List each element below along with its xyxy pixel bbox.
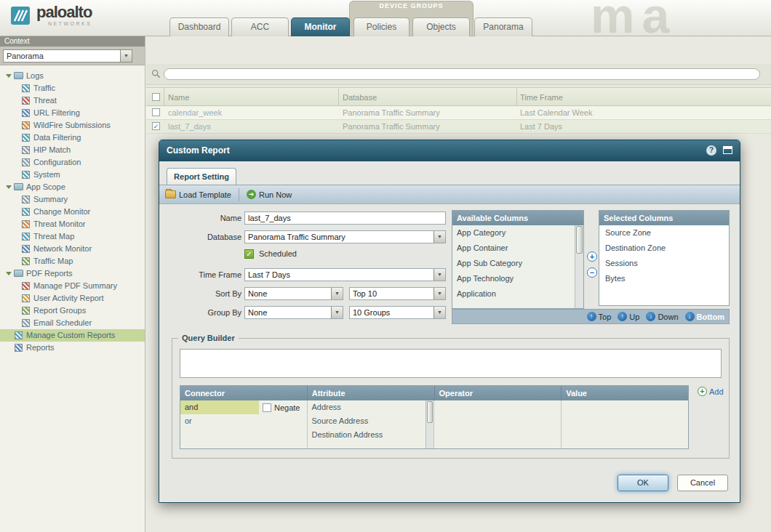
sidebar-item-url-filtering[interactable]: URL Filtering [0, 107, 145, 119]
available-column-item[interactable]: App Container [452, 241, 583, 256]
sidebar-item-data-filtering[interactable]: Data Filtering [0, 132, 145, 144]
expand-arrow-icon[interactable] [6, 185, 12, 189]
section-label: PDF Reports [26, 269, 73, 278]
sidebar-item-traffic[interactable]: Traffic [0, 82, 145, 94]
dropdown-arrow-icon[interactable] [434, 231, 445, 243]
sidebar-item-manage-pdf-summary[interactable]: Manage PDF Summary [0, 280, 145, 292]
move-bottom-button[interactable]: ↓Bottom [685, 312, 725, 321]
tab-objects[interactable]: Objects [412, 17, 470, 36]
sidebar-item-threat[interactable]: Threat [0, 94, 145, 107]
group-by-limit-select[interactable]: 10 Groups [349, 306, 446, 319]
item-label: Traffic Map [33, 257, 73, 265]
selected-column-item[interactable]: Sessions [599, 256, 729, 271]
sidebar-item-reports[interactable]: Reports [0, 342, 145, 354]
time-frame-select[interactable]: Last 7 Days [244, 268, 446, 281]
report-name-link[interactable]: last_7_days [168, 120, 211, 134]
sidebar-item-configuration[interactable]: Configuration [0, 156, 145, 169]
context-select[interactable]: Panorama [3, 49, 132, 63]
scheduled-checkbox[interactable] [244, 249, 254, 259]
table-row[interactable]: calendar_week Panorama Traffic Summary L… [146, 106, 771, 120]
tab-acc[interactable]: ACC [231, 17, 289, 36]
cancel-button[interactable]: Cancel [677, 475, 728, 491]
hip-match-icon [22, 146, 30, 154]
attribute-option[interactable]: Address [308, 400, 434, 414]
sidebar-item-email-scheduler[interactable]: Email Scheduler [0, 317, 145, 329]
sidebar-item-summary[interactable]: Summary [0, 193, 145, 206]
connector-option-and[interactable]: and [180, 400, 259, 414]
sidebar-item-traffic-map[interactable]: Traffic Map [0, 255, 145, 267]
selected-column-item[interactable]: Destination Zone [599, 241, 729, 256]
load-template-button[interactable]: Load Template [165, 190, 231, 199]
attribute-option[interactable]: Source Address [308, 414, 434, 428]
sidebar-item-wildfire-submissions[interactable]: WildFire Submissions [0, 119, 145, 132]
window-restore-icon[interactable] [723, 146, 732, 154]
sidebar-item-system[interactable]: System [0, 169, 145, 181]
group-by-select[interactable]: None [244, 306, 343, 319]
context-dropdown-arrow-icon[interactable] [120, 50, 132, 62]
database-value: Panorama Traffic Summary [248, 233, 345, 241]
column-header-name[interactable]: Name [168, 88, 189, 107]
run-now-button[interactable]: ➜ Run Now [247, 190, 292, 199]
available-column-item[interactable]: App Technology [452, 271, 583, 286]
negate-checkbox[interactable] [263, 403, 271, 412]
tab-policies[interactable]: Policies [353, 17, 410, 36]
help-icon[interactable]: ? [706, 145, 716, 156]
available-column-item[interactable]: Application [452, 286, 583, 302]
column-header-time-frame[interactable]: Time Frame [520, 88, 563, 107]
search-icon[interactable] [151, 69, 161, 78]
attribute-scrollbar[interactable] [426, 400, 434, 448]
dropdown-arrow-icon[interactable] [434, 288, 445, 299]
move-top-button[interactable]: ↑Top [587, 312, 612, 321]
connector-option-or[interactable]: or [180, 414, 307, 428]
sidebar-item-network-monitor[interactable]: Network Monitor [0, 243, 145, 255]
scrollbar-thumb[interactable] [576, 226, 583, 254]
query-input[interactable] [180, 349, 722, 378]
tab-report-setting[interactable]: Report Setting [167, 168, 236, 185]
ok-button[interactable]: OK [618, 475, 668, 491]
expand-arrow-icon[interactable] [6, 272, 12, 275]
table-row[interactable]: last_7_days Panorama Traffic Summary Las… [146, 120, 771, 134]
sidebar-section-app-scope[interactable]: App Scope [0, 181, 145, 193]
add-rule-button[interactable]: + Add [698, 387, 724, 396]
attribute-option[interactable]: Destination Address [308, 428, 434, 442]
sidebar-item-hip-match[interactable]: HIP Match [0, 144, 145, 156]
add-column-icon[interactable]: + [587, 251, 597, 262]
report-name-link[interactable]: calendar_week [168, 106, 222, 120]
dropdown-arrow-icon[interactable] [434, 269, 445, 281]
select-all-checkbox[interactable] [152, 93, 160, 101]
section-label: App Scope [26, 182, 65, 191]
available-columns-scrollbar[interactable] [575, 225, 583, 308]
row-checkbox[interactable] [152, 122, 160, 130]
scrollbar-thumb[interactable] [427, 401, 433, 423]
move-down-button[interactable]: ↓Down [646, 312, 678, 321]
search-input[interactable] [164, 68, 760, 80]
sidebar-item-threat-map[interactable]: Threat Map [0, 230, 145, 243]
remove-column-icon[interactable]: − [587, 267, 597, 278]
name-input[interactable]: last_7_days [244, 211, 446, 225]
selected-column-item[interactable]: Bytes [599, 271, 729, 286]
move-up-button[interactable]: ↑Up [618, 312, 639, 321]
expand-arrow-icon[interactable] [6, 74, 12, 78]
sort-by-limit-select[interactable]: Top 10 [349, 287, 446, 300]
dropdown-arrow-icon[interactable] [331, 288, 343, 299]
run-arrow-icon: ➜ [247, 190, 256, 199]
dropdown-arrow-icon[interactable] [331, 307, 343, 318]
available-column-item[interactable]: App Category [452, 225, 583, 241]
sidebar-item-report-groups[interactable]: Report Groups [0, 305, 145, 317]
sidebar-item-manage-custom-reports[interactable]: Manage Custom Reports [0, 329, 145, 342]
sidebar-section-pdf-reports[interactable]: PDF Reports [0, 267, 145, 280]
tab-panorama[interactable]: Panorama [474, 17, 532, 36]
sidebar-item-user-activity-report[interactable]: User Activity Report [0, 292, 145, 305]
database-select[interactable]: Panorama Traffic Summary [244, 230, 446, 243]
column-header-database[interactable]: Database [343, 88, 377, 107]
tab-dashboard[interactable]: Dashboard [169, 17, 229, 36]
selected-column-item[interactable]: Source Zone [599, 225, 729, 241]
sidebar-item-change-monitor[interactable]: Change Monitor [0, 206, 145, 218]
tab-monitor[interactable]: Monitor [291, 17, 350, 36]
dropdown-arrow-icon[interactable] [434, 307, 445, 318]
row-checkbox[interactable] [152, 108, 160, 116]
sidebar-item-threat-monitor[interactable]: Threat Monitor [0, 218, 145, 230]
available-column-item[interactable]: App Sub Category [452, 256, 583, 271]
sidebar-section-logs[interactable]: Logs [0, 70, 145, 82]
sort-by-select[interactable]: None [244, 287, 343, 300]
